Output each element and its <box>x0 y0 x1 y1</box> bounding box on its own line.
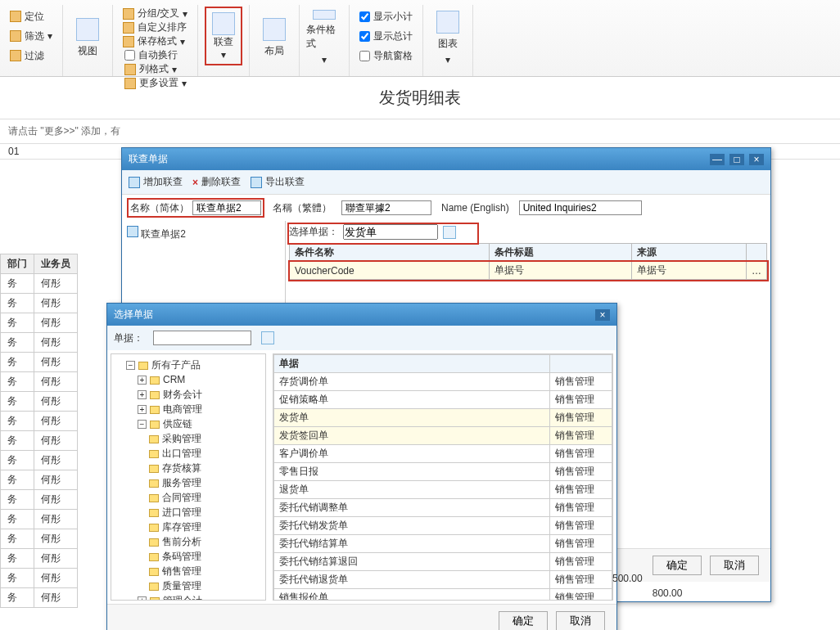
list-item[interactable]: 销售报价单销售管理 <box>274 589 612 601</box>
table-cell: 务 <box>1 294 34 313</box>
dlg1-cancel-button[interactable]: 取消 <box>710 556 759 575</box>
table-cell: 何彤 <box>34 470 78 490</box>
doc-list[interactable]: 单据 存货调价单销售管理促销策略单销售管理发货单销售管理发货签回单销售管理客户调… <box>273 353 613 601</box>
list-item[interactable]: 委托代销调整单销售管理 <box>274 499 612 517</box>
locate-btn[interactable]: 定位 <box>10 10 52 24</box>
close-icon[interactable]: × <box>749 154 764 165</box>
table-cell: 务 <box>1 333 34 353</box>
table-cell: 务 <box>1 529 34 549</box>
tree-item[interactable]: 条码管理 <box>149 549 262 564</box>
dlg1-title: 联查单据 <box>129 152 168 166</box>
dlg2-close-icon[interactable]: × <box>595 309 610 321</box>
tree-item[interactable]: −供应链采购管理出口管理存货核算服务管理合同管理进口管理库存管理售前分析条码管理… <box>138 416 262 593</box>
tree-item[interactable]: +财务会计 <box>138 387 262 402</box>
value-cells: 500.00 800.00 <box>612 573 682 599</box>
list-item[interactable]: 退货单销售管理 <box>274 481 612 499</box>
cond-v3[interactable]: 单据号 <box>632 262 747 280</box>
navpane-cb[interactable]: 导航窗格 <box>359 49 413 63</box>
cond-format-btn[interactable]: 条件格式▾ <box>306 7 342 65</box>
doc-col1: 单据 <box>274 355 550 373</box>
table-cell: 务 <box>1 412 34 431</box>
table-cell: 何彤 <box>34 451 78 470</box>
cond-v2[interactable]: 单据号 <box>490 262 632 280</box>
tree-item[interactable]: +电商管理 <box>138 402 262 416</box>
tree-item[interactable]: 采购管理 <box>149 431 262 446</box>
filter-btn[interactable]: 筛选 ▾ <box>10 29 52 43</box>
dlg2-ok-button[interactable]: 确定 <box>499 611 548 630</box>
minimize-icon[interactable]: — <box>710 154 725 165</box>
table-cell: 务 <box>1 431 34 451</box>
lookup-icon[interactable] <box>443 226 456 239</box>
dlg2-cancel-button[interactable]: 取消 <box>556 611 605 630</box>
cond-v1[interactable]: VoucherCode <box>290 262 490 280</box>
tree-item[interactable]: 库存管理 <box>149 520 262 534</box>
cond-h1: 条件名称 <box>290 244 490 262</box>
save-format-btn[interactable]: 保存格式 ▾ <box>123 34 187 48</box>
list-item[interactable]: 委托代销结算退回销售管理 <box>274 553 612 571</box>
table-cell: 务 <box>1 313 34 333</box>
autowrap-cb[interactable]: 自动换行 <box>124 48 187 62</box>
list-item[interactable]: 客户调价单销售管理 <box>274 445 612 463</box>
cond-more[interactable]: … <box>747 262 767 280</box>
tree-item[interactable]: 进口管理 <box>149 505 262 520</box>
cond-h3: 来源 <box>632 244 747 262</box>
table-cell: 何彤 <box>34 431 78 451</box>
table-cell: 务 <box>1 392 34 412</box>
table-cell: 务 <box>1 451 34 470</box>
screen-btn[interactable]: 过滤 <box>10 49 52 63</box>
more-settings-btn[interactable]: 更多设置 ▾ <box>124 76 187 90</box>
view-btn[interactable]: 视图 <box>70 7 106 65</box>
condition-table: 条件名称 条件标题 来源 VoucherCode 单据号 单据号 … <box>289 243 767 280</box>
group-cross-btn[interactable]: 分组/交叉 ▾ <box>123 7 187 20</box>
chart-btn[interactable]: 图表▾ <box>430 7 466 65</box>
table-cell: 何彤 <box>34 274 78 294</box>
tree-item[interactable]: 出口管理 <box>149 446 262 461</box>
tree-item[interactable]: 售前分析 <box>149 534 262 549</box>
name-t-input[interactable] <box>341 200 431 215</box>
tree-item[interactable]: 销售管理 <box>149 564 262 578</box>
list-item[interactable]: 发货签回单销售管理 <box>274 427 612 445</box>
table-cell: 何彤 <box>34 490 78 510</box>
dlg2-search-icon[interactable] <box>261 331 274 344</box>
total-cb[interactable]: 显示总计 <box>359 29 413 43</box>
subtotal-cb[interactable]: 显示小计 <box>359 10 413 24</box>
tree-item[interactable]: 存货核算 <box>149 461 262 475</box>
list-item[interactable]: 委托代销发货单销售管理 <box>274 517 612 535</box>
select-doc-label: 选择单据： <box>289 225 338 239</box>
lbl-name-s: 名称（简体） <box>130 201 189 215</box>
list-item[interactable]: 委托代销退货单销售管理 <box>274 571 612 589</box>
product-tree[interactable]: −所有子产品 +CRM+财务会计+电商管理−供应链采购管理出口管理存货核算服务管… <box>111 353 266 601</box>
exp-lianzha-btn[interactable]: 导出联查 <box>251 175 305 189</box>
custom-sort-btn[interactable]: 自定义排序 <box>123 20 187 34</box>
lianzha-btn[interactable]: 联查▾ <box>205 7 242 65</box>
list-item[interactable]: 促销策略单销售管理 <box>274 391 612 409</box>
list-item[interactable]: 发货单销售管理 <box>274 409 612 427</box>
name-s-input[interactable] <box>192 200 261 215</box>
layout-btn[interactable]: 布局 <box>256 7 292 65</box>
table-cell: 务 <box>1 353 34 372</box>
table-cell: 何彤 <box>34 372 78 392</box>
dlg2-search-input[interactable] <box>153 331 251 345</box>
table-cell: 何彤 <box>34 549 78 569</box>
tree-icon <box>127 226 138 237</box>
list-item[interactable]: 存货调价单销售管理 <box>274 373 612 391</box>
tree-item[interactable]: 质量管理 <box>149 578 262 593</box>
tree-item[interactable]: +CRM <box>138 372 262 387</box>
list-item[interactable]: 零售日报销售管理 <box>274 463 612 481</box>
table-cell: 务 <box>1 490 34 510</box>
add-lianzha-btn[interactable]: 增加联查 <box>129 175 183 189</box>
tree-item[interactable]: 服务管理 <box>149 475 262 490</box>
table-cell: 何彤 <box>34 392 78 412</box>
maximize-icon[interactable]: □ <box>729 154 744 165</box>
tree-item[interactable]: +管理会计 <box>138 593 262 601</box>
select-doc-input[interactable] <box>343 224 438 240</box>
col-format-btn[interactable]: 列格式 ▾ <box>124 62 187 76</box>
name-e-input[interactable] <box>519 200 642 215</box>
select-doc-dialog: 选择单据 × 单据： −所有子产品 +CRM+财务会计+电商管理−供应链采购管理… <box>106 303 617 630</box>
list-item[interactable]: 委托代销结算单销售管理 <box>274 535 612 553</box>
del-lianzha-btn[interactable]: ×删除联查 <box>192 175 241 189</box>
tree-root[interactable]: 联查单据2 <box>141 228 186 240</box>
lbl-name-e: Name (English) <box>441 202 509 214</box>
tree-item[interactable]: 合同管理 <box>149 490 262 505</box>
col-dept: 部门 <box>1 254 34 274</box>
